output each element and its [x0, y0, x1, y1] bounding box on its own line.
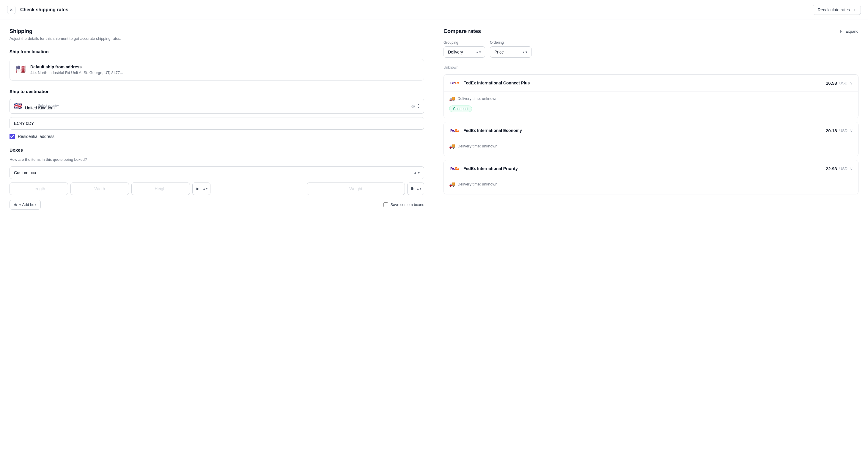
close-icon: ✕ — [9, 7, 13, 12]
rate-card-3-body: 🚚 Delivery time: unknown — [444, 177, 858, 194]
truck-icon-3: 🚚 — [449, 181, 455, 187]
close-button[interactable]: ✕ — [7, 6, 16, 14]
fedex-logo-2: FedEx — [449, 127, 460, 134]
header-left: ✕ Check shipping rates — [7, 6, 68, 14]
rate-card-3: FedEx FedEx International Priority 22.93… — [443, 160, 859, 194]
unit-select-wrapper: in cm ▲▼ — [192, 182, 211, 195]
ordering-select[interactable]: Price Delivery time Carrier — [490, 47, 531, 58]
clear-country-button[interactable]: ⊗ — [411, 103, 415, 109]
expand-button[interactable]: ⊡ Expand — [840, 29, 859, 34]
grouping-select[interactable]: Delivery Carrier Service — [443, 47, 485, 58]
carrier-name-3: FedEx International Priority — [463, 166, 518, 171]
rate-price-3: 22.93 USD ∨ — [826, 166, 853, 171]
expand-rate-2-button[interactable]: ∨ — [850, 128, 853, 133]
boxes-section: Boxes How are the items in this quote be… — [9, 147, 424, 210]
clear-icon: ⊗ — [411, 103, 415, 109]
rate-card-2: FedEx FedEx International Economy 20.18 … — [443, 122, 859, 156]
height-input[interactable] — [131, 182, 190, 195]
price-amount-3: 22.93 — [826, 166, 837, 171]
ship-from-section: Ship from location 🇺🇸 Default ship from … — [9, 49, 424, 81]
rate-price-1: 16.53 USD ∨ — [826, 81, 853, 86]
truck-icon-2: 🚚 — [449, 143, 455, 149]
country-sort-icon: ▲ ▼ — [417, 103, 420, 109]
compare-title: Compare rates — [443, 28, 481, 34]
right-panel: Compare rates ⊡ Expand Grouping Delivery… — [434, 20, 868, 453]
ship-to-section: Ship to destination 🇬🇧 Select country Un… — [9, 89, 424, 139]
price-currency-2: USD — [839, 128, 847, 133]
box-type-select[interactable]: Custom box Standard box — [9, 167, 424, 179]
us-flag-icon: 🇺🇸 — [16, 65, 26, 73]
country-value: United Kingdom — [25, 105, 408, 110]
ship-from-card: 🇺🇸 Default ship from address 444 North I… — [9, 59, 424, 81]
rate-card-2-header: FedEx FedEx International Economy 20.18 … — [444, 122, 858, 139]
ship-from-name: Default ship from address — [30, 64, 123, 69]
shipping-subtitle: Adjust the details for this shipment to … — [9, 36, 424, 41]
residential-checkbox[interactable] — [9, 134, 15, 139]
carrier-name-1: FedEx International Connect Plus — [463, 81, 530, 85]
price-amount-2: 20.18 — [826, 128, 837, 133]
postcode-row — [9, 117, 424, 130]
fedex-logo-3: FedEx — [449, 165, 460, 172]
grouping-label: Grouping — [443, 40, 485, 44]
residential-label: Residential address — [18, 134, 54, 139]
country-selector[interactable]: 🇬🇧 Select country United Kingdom ⊗ ▲ ▼ — [9, 99, 424, 114]
expand-rate-1-button[interactable]: ∨ — [850, 81, 853, 85]
ordering-label: Ordering — [490, 40, 531, 44]
ship-from-info: Default ship from address 444 North Indu… — [30, 64, 123, 75]
weight-input[interactable] — [307, 182, 405, 195]
unit-select[interactable]: in cm — [192, 182, 211, 195]
truck-icon-1: 🚚 — [449, 96, 455, 101]
carrier-name-2: FedEx International Economy — [463, 128, 522, 133]
fedex-logo-1: FedEx — [449, 79, 460, 87]
rate-carrier-1: FedEx FedEx International Connect Plus — [449, 79, 530, 87]
width-input[interactable] — [70, 182, 129, 195]
expand-icon: ⊡ — [840, 29, 844, 34]
rate-card-1-body: 🚚 Delivery time: unknown Cheapest — [444, 91, 858, 118]
ship-to-title: Ship to destination — [9, 89, 424, 94]
delivery-row-3: 🚚 Delivery time: unknown — [449, 178, 853, 190]
postcode-input[interactable] — [9, 117, 424, 130]
grouping-select-wrapper: Delivery Carrier Service ▲▼ — [443, 47, 485, 58]
boxes-bottom-actions: ⊕ + Add box Save custom boxes — [9, 200, 424, 210]
rate-card-1: FedEx FedEx International Connect Plus 1… — [443, 74, 859, 118]
ordering-select-wrapper: Price Delivery time Carrier ▲▼ — [490, 47, 531, 58]
rate-card-3-header: FedEx FedEx International Priority 22.93… — [444, 160, 858, 177]
save-custom-label: Save custom boxes — [391, 203, 424, 207]
country-label: Select country — [38, 104, 59, 107]
ship-from-address: 444 North Industrial Rd Unit A, St. Geor… — [30, 70, 123, 75]
delivery-text-2: Delivery time: unknown — [458, 144, 497, 148]
price-currency-1: USD — [839, 81, 847, 85]
rate-price-2: 20.18 USD ∨ — [826, 128, 853, 133]
save-custom-checkbox[interactable] — [383, 203, 388, 207]
boxes-title: Boxes — [9, 147, 424, 152]
recalculate-label: Recalculate rates — [818, 7, 850, 12]
plus-circle-icon: ⊕ — [14, 203, 17, 207]
weight-unit-select[interactable]: lb kg oz — [407, 182, 424, 195]
price-currency-3: USD — [839, 167, 847, 171]
shipping-title: Shipping — [9, 28, 424, 34]
add-box-label: + Add box — [19, 203, 36, 207]
cheapest-badge: Cheapest — [449, 105, 472, 112]
recalculate-button[interactable]: Recalculate rates → — [813, 5, 861, 15]
delivery-row-2: 🚚 Delivery time: unknown — [449, 140, 853, 152]
weight-unit-wrapper: lb kg oz ▲▼ — [407, 182, 424, 195]
box-type-wrapper: Custom box Standard box ▲▼ — [9, 167, 424, 179]
expand-label: Expand — [845, 29, 859, 34]
ship-from-title: Ship from location — [9, 49, 424, 54]
delivery-row-1: 🚚 Delivery time: unknown — [449, 93, 853, 104]
delivery-text-3: Delivery time: unknown — [458, 182, 497, 186]
left-panel: Shipping Adjust the details for this shi… — [0, 20, 434, 453]
length-input[interactable] — [9, 182, 68, 195]
country-selector-icons: ⊗ ▲ ▼ — [411, 103, 420, 109]
save-custom-row: Save custom boxes — [383, 203, 424, 207]
expand-rate-3-button[interactable]: ∨ — [850, 166, 853, 171]
compare-header: Compare rates ⊡ Expand — [443, 28, 859, 34]
rate-carrier-2: FedEx FedEx International Economy — [449, 127, 522, 134]
rate-group-unknown: Unknown FedEx FedEx International Connec… — [443, 64, 859, 194]
add-box-button[interactable]: ⊕ + Add box — [9, 200, 41, 210]
uk-flag-icon: 🇬🇧 — [14, 102, 22, 110]
ordering-filter: Ordering Price Delivery time Carrier ▲▼ — [490, 40, 531, 58]
residential-row: Residential address — [9, 134, 424, 139]
rate-carrier-3: FedEx FedEx International Priority — [449, 165, 518, 172]
header: ✕ Check shipping rates Recalculate rates… — [0, 0, 868, 20]
